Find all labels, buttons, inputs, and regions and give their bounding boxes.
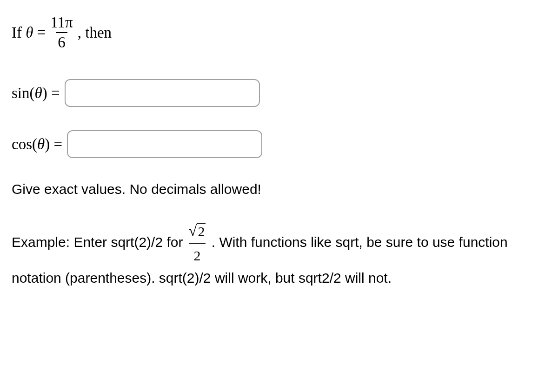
sin-input[interactable] (65, 79, 260, 107)
example-fraction: √ 2 2 (189, 219, 206, 267)
sin-equals: = (47, 85, 60, 101)
sin-func: sin (12, 85, 30, 101)
example-frac-den: 2 (189, 243, 206, 267)
radical-icon: √ (189, 223, 197, 238)
fraction-numerator: 11π (48, 14, 74, 32)
example-prefix: Example: Enter sqrt(2)/2 for (12, 234, 187, 250)
sqrt-value: 2 (197, 223, 206, 239)
example-text: Example: Enter sqrt(2)/2 for √ 2 2 . Wit… (12, 219, 546, 289)
instruction-text: Give exact values. No decimals allowed! (12, 181, 546, 197)
sqrt-expression: √ 2 (189, 223, 206, 239)
question-statement: If θ = 11π 6 , then (12, 14, 546, 51)
sin-arg: (θ) (30, 85, 47, 101)
sin-row: sin(θ) = (12, 79, 546, 107)
cos-label: cos(θ) = (12, 136, 62, 153)
cos-equals: = (50, 136, 62, 153)
cos-arg: (θ) (32, 136, 50, 153)
cos-input[interactable] (67, 130, 262, 158)
question-prefix: If (12, 24, 26, 41)
question-suffix: , then (78, 24, 112, 41)
cos-func: cos (12, 136, 32, 153)
theta-fraction: 11π 6 (48, 14, 74, 51)
cos-row: cos(θ) = (12, 130, 546, 158)
sin-label: sin(θ) = (12, 85, 60, 102)
fraction-denominator: 6 (56, 32, 67, 51)
equals-sign: = (33, 24, 46, 41)
theta-symbol: θ (26, 24, 33, 41)
